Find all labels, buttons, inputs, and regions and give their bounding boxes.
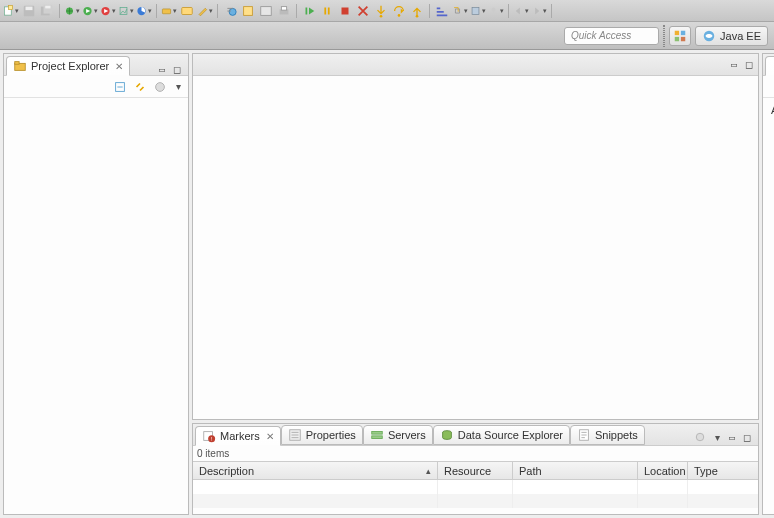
minimize-icon[interactable]: ▭ <box>156 63 168 75</box>
debug-button[interactable] <box>64 3 80 19</box>
pause-button[interactable] <box>319 3 335 19</box>
toolbar-separator <box>59 4 60 18</box>
svg-rect-31 <box>437 11 444 13</box>
editor-area: ▭ ◻ <box>192 53 759 420</box>
main-area: Project Explorer ✕ ▭ ◻ ▾ <box>0 50 774 518</box>
nav-back-button[interactable] <box>513 3 529 19</box>
profile-button[interactable] <box>118 3 134 19</box>
run-button[interactable] <box>82 3 98 19</box>
print-button[interactable] <box>276 3 292 19</box>
open-task-button[interactable] <box>240 3 256 19</box>
perspective-java-ee-button[interactable]: Java EE <box>695 26 768 46</box>
open-type-button[interactable] <box>179 3 195 19</box>
open-resource-button[interactable] <box>258 3 274 19</box>
outline-body: An outline is not available. <box>763 98 774 514</box>
project-explorer-tabbar: Project Explorer ✕ ▭ ◻ <box>4 54 188 76</box>
view-menu-icon[interactable]: ▾ <box>172 81 184 93</box>
svg-rect-30 <box>437 7 441 9</box>
sort-asc-icon: ▴ <box>426 466 431 476</box>
perspective-bar: Quick Access Java EE <box>0 22 774 50</box>
toolbar-separator <box>551 4 552 18</box>
stop-button[interactable] <box>337 3 353 19</box>
col-description[interactable]: Description ▴ <box>193 462 438 479</box>
step-over-button[interactable] <box>391 3 407 19</box>
outline-message: An outline is not available. <box>763 98 774 122</box>
svg-rect-24 <box>328 7 330 14</box>
step-return-button[interactable] <box>409 3 425 19</box>
focus-task-icon[interactable] <box>152 79 168 95</box>
maximize-icon[interactable]: ◻ <box>741 431 753 443</box>
maximize-icon[interactable]: ◻ <box>171 63 183 75</box>
svg-marker-22 <box>309 7 314 14</box>
tab-label: Properties <box>306 429 356 441</box>
minimize-icon[interactable]: ▭ <box>726 431 738 443</box>
table-row <box>193 480 758 494</box>
svg-point-28 <box>398 14 401 17</box>
maximize-icon[interactable]: ◻ <box>743 59 755 71</box>
tab-data-source-explorer[interactable]: Data Source Explorer <box>433 425 570 445</box>
tab-snippets[interactable]: Snippets <box>570 425 645 445</box>
col-resource[interactable]: Resource <box>438 462 513 479</box>
run-external-button[interactable] <box>100 3 116 19</box>
link-editor-button[interactable] <box>452 3 468 19</box>
toggle-breadcrumb-button[interactable] <box>434 3 450 19</box>
tab-label: Data Source Explorer <box>458 429 563 441</box>
filter-icon[interactable] <box>692 429 708 445</box>
collapse-all-icon[interactable] <box>112 79 128 95</box>
close-icon[interactable]: ✕ <box>266 431 274 442</box>
tab-markers[interactable]: ! Markers ✕ <box>195 426 281 446</box>
tab-properties[interactable]: Properties <box>281 425 363 445</box>
svg-rect-25 <box>342 7 349 14</box>
tab-servers[interactable]: Servers <box>363 425 433 445</box>
svg-point-55 <box>696 433 704 441</box>
bottom-panel: ! Markers ✕ Properties Servers Data Sour… <box>192 423 759 515</box>
svg-text:!: ! <box>211 436 212 442</box>
svg-rect-32 <box>437 14 448 16</box>
new-server-button[interactable] <box>161 3 177 19</box>
tab-label: Project Explorer <box>31 60 109 72</box>
svg-rect-23 <box>324 7 326 14</box>
tab-outline[interactable]: Outlin ✕ <box>765 56 774 76</box>
svg-point-29 <box>416 14 419 17</box>
markers-count-label: 0 items <box>193 446 758 461</box>
toolbar-separator <box>296 4 297 18</box>
svg-rect-20 <box>281 6 286 10</box>
close-icon[interactable]: ✕ <box>115 61 123 72</box>
col-path[interactable]: Path <box>513 462 638 479</box>
save-all-button[interactable] <box>39 3 55 19</box>
toolbar-separator <box>508 4 509 18</box>
quick-access-input[interactable]: Quick Access <box>564 27 659 45</box>
project-explorer-toolbar: ▾ <box>4 76 188 98</box>
nav-forward-button[interactable] <box>531 3 547 19</box>
tab-label: Servers <box>388 429 426 441</box>
tab-label: Markers <box>220 430 260 442</box>
step-into-button[interactable] <box>373 3 389 19</box>
col-location[interactable]: Location <box>638 462 688 479</box>
right-panel: Outlin ✕ Task L ▭ ◻ ▾ An outline is not … <box>762 53 774 515</box>
coverage-button[interactable] <box>136 3 152 19</box>
svg-rect-3 <box>26 6 33 10</box>
search-button[interactable] <box>222 3 238 19</box>
perspective-customize-button[interactable] <box>470 3 486 19</box>
svg-rect-15 <box>182 7 193 14</box>
toolbar-separator <box>429 4 430 18</box>
save-button[interactable] <box>21 3 37 19</box>
disconnect-button[interactable] <box>355 3 371 19</box>
link-editor-icon[interactable] <box>132 79 148 95</box>
tab-project-explorer[interactable]: Project Explorer ✕ <box>6 56 130 76</box>
minimize-icon[interactable]: ▭ <box>728 59 740 71</box>
new-wizard-button[interactable] <box>3 3 19 19</box>
svg-rect-51 <box>372 432 383 435</box>
svg-rect-17 <box>244 6 253 15</box>
open-perspective-button[interactable] <box>669 26 691 46</box>
view-menu-icon[interactable]: ▾ <box>711 431 723 443</box>
svg-rect-18 <box>261 6 272 15</box>
pin-editor-button[interactable] <box>488 3 504 19</box>
resume-button[interactable] <box>301 3 317 19</box>
col-type[interactable]: Type <box>688 462 758 479</box>
perspective-divider <box>663 25 665 47</box>
svg-rect-44 <box>15 62 19 65</box>
tab-label: Snippets <box>595 429 638 441</box>
new-annotation-button[interactable] <box>197 3 213 19</box>
svg-point-46 <box>156 82 165 91</box>
